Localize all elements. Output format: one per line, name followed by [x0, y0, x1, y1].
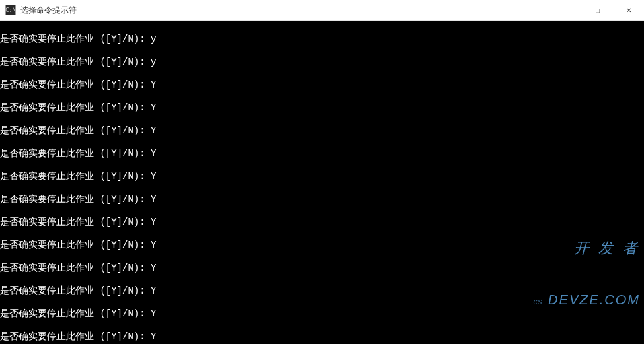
- watermark-text-top: 开 发 者: [534, 240, 640, 256]
- confirm-prompt: 是否确实要停止此作业 ([Y]/N): Y: [0, 79, 644, 91]
- watermark-domain: DEVZE.COM: [548, 292, 640, 307]
- minimize-button[interactable]: —: [551, 0, 582, 20]
- confirm-prompt: 是否确实要停止此作业 ([Y]/N): Y: [0, 148, 644, 160]
- watermark-sub: cs: [534, 297, 543, 306]
- confirm-prompt: 是否确实要停止此作业 ([Y]/N): Y: [0, 194, 644, 205]
- confirm-prompt: 是否确实要停止此作业 ([Y]/N): Y: [0, 171, 644, 182]
- confirm-prompt: 是否确实要停止此作业 ([Y]/N): Y: [0, 102, 644, 114]
- console-icon: C:\: [5, 5, 16, 15]
- command-prompt-window: C:\ 选择命令提示符 — □ ✕ 是否确实要停止此作业 ([Y]/N): y …: [0, 0, 644, 344]
- window-controls: — □ ✕: [551, 0, 644, 20]
- confirm-prompt: 是否确实要停止此作业 ([Y]/N): Y: [0, 125, 644, 137]
- window-title: 选择命令提示符: [20, 5, 551, 16]
- confirm-prompt: 是否确实要停止此作业 ([Y]/N): y: [0, 57, 644, 68]
- terminal-output[interactable]: 是否确实要停止此作业 ([Y]/N): y 是否确实要停止此作业 ([Y]/N)…: [0, 21, 644, 344]
- maximize-button[interactable]: □: [582, 0, 613, 20]
- watermark: 开 发 者 cs DEVZE.COM: [534, 205, 640, 343]
- close-button[interactable]: ✕: [613, 0, 644, 20]
- confirm-prompt: 是否确实要停止此作业 ([Y]/N): y: [0, 34, 644, 45]
- titlebar[interactable]: C:\ 选择命令提示符 — □ ✕: [0, 0, 644, 21]
- watermark-text-mid: cs DEVZE.COM: [534, 292, 640, 307]
